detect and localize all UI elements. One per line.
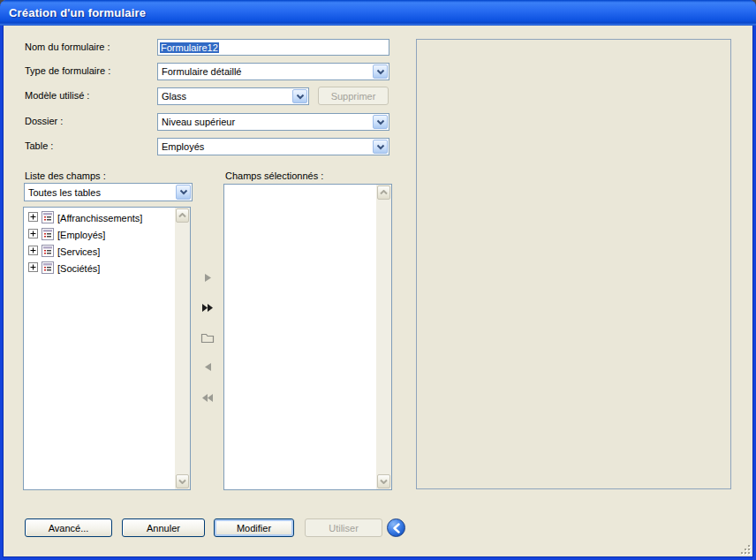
arrow-right-icon [205,274,211,282]
resize-grip[interactable] [740,544,752,556]
table-icon [42,261,54,276]
field-list-label: Liste des champs : [25,169,106,183]
combo-value: Employés [158,141,372,152]
delete-model-button[interactable]: Supprimer [318,87,389,105]
expand-plus-icon[interactable] [28,229,38,240]
combo-value: Glass [158,91,291,102]
folder-group-button[interactable] [200,329,215,345]
table-filter-combobox[interactable]: Toutes les tables [24,183,193,201]
model-combobox[interactable]: Glass [157,87,309,105]
tree-item-label: [Affranchissements] [57,213,142,223]
tree-item[interactable]: [Employés] [26,226,174,243]
vertical-scrollbar[interactable] [175,208,190,489]
form-type-combobox[interactable]: Formulaire détaillé [157,63,389,80]
chevron-down-icon[interactable] [373,115,388,129]
add-field-button[interactable] [200,269,215,285]
expand-plus-icon[interactable] [28,212,38,223]
arrow-left-icon [205,363,211,371]
scroll-up-button[interactable] [176,208,189,223]
table-icon [42,245,54,259]
combo-value: Formulaire détaillé [158,66,372,77]
table-icon [42,228,54,242]
model-used-label: Modèle utilisé : [25,88,89,102]
use-button[interactable]: Utiliser [305,518,382,537]
scroll-down-button[interactable] [377,474,390,488]
tree-item[interactable]: [Affranchissements] [26,209,174,226]
chevron-down-icon[interactable] [176,185,191,200]
selected-fields-label: Champs sélectionnés : [225,169,323,183]
expand-plus-icon[interactable] [28,262,38,274]
expand-plus-icon[interactable] [28,246,38,257]
scroll-down-button[interactable] [176,474,189,488]
window-title: Création d'un formulaire [0,6,146,19]
cancel-button[interactable]: Annuler [122,518,205,537]
form-name-input[interactable]: Formulaire12 [157,39,389,56]
back-button[interactable] [387,518,405,537]
input-selected-text: Formulaire12 [160,42,219,53]
double-arrow-left-icon [202,394,214,402]
vertical-scrollbar[interactable] [376,185,391,489]
combo-value: Toutes les tables [25,187,175,198]
form-type-label: Type de formulaire : [25,64,110,78]
folder-icon [200,332,215,344]
advanced-button[interactable]: Avancé... [25,518,112,537]
remove-field-button[interactable] [200,359,215,375]
scroll-up-button[interactable] [377,185,390,200]
table-combobox[interactable]: Employés [157,138,389,155]
tree-item-label: [Services] [57,246,100,257]
tree-item[interactable]: [Services] [26,243,174,260]
table-tree: [Affranchissements] [Employés] [Services… [26,209,174,276]
chevron-down-icon[interactable] [373,140,388,154]
double-arrow-right-icon [202,304,214,312]
tree-item[interactable]: [Sociétés] [26,260,174,276]
modify-button[interactable]: Modifier [214,518,294,537]
folder-combobox[interactable]: Niveau supérieur [157,113,389,131]
add-all-fields-button[interactable] [200,299,215,315]
tree-item-label: [Employés] [57,230,105,240]
form-name-label: Nom du formulaire : [25,40,110,54]
tree-item-label: [Sociétés] [57,263,100,274]
titlebar[interactable]: Création d'un formulaire [0,0,756,26]
chevron-left-icon [392,523,401,534]
form-preview-area [416,39,731,489]
folder-label: Dossier : [25,114,63,128]
chevron-down-icon[interactable] [373,64,388,79]
chevron-down-icon[interactable] [292,89,307,103]
field-tree-list[interactable]: [Affranchissements] [Employés] [Services… [23,207,191,490]
remove-all-fields-button[interactable] [200,390,215,405]
selected-fields-list[interactable] [223,184,392,490]
table-icon [42,211,54,225]
table-label: Table : [25,139,53,153]
form-creation-dialog: Création d'un formulaire Nom du formulai… [0,0,756,560]
combo-value: Niveau supérieur [158,117,372,127]
